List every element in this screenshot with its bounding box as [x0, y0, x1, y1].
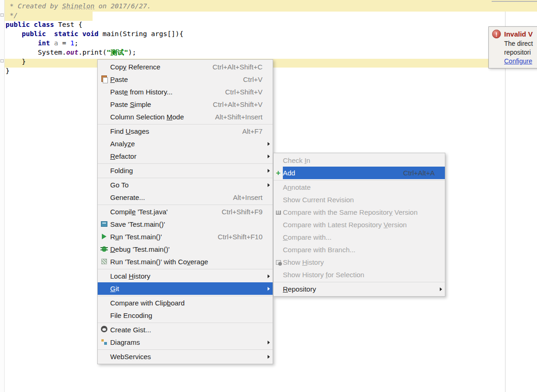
window-edge-line	[492, 1, 537, 2]
code-token: on 2017/6/27.	[94, 2, 151, 10]
code-token: * Created by	[6, 2, 62, 10]
menu-item-label: Find Usages	[110, 127, 149, 135]
code-token: );	[128, 49, 136, 56]
menu-item-label: Show History	[283, 258, 324, 266]
menu-item-run-test-main-with-coverage[interactable]: Run 'Test.main()' with Coverage	[98, 255, 273, 268]
menu-item-paste[interactable]: PasteCtrl+V	[98, 73, 273, 86]
menu-item-compare-with-clipboard[interactable]: Compare with Clipboard	[98, 297, 273, 309]
coverage-icon	[101, 258, 107, 266]
code-line: public class Test {	[6, 20, 183, 29]
menu-item-label: Generate...	[110, 193, 145, 201]
code-token: int	[38, 39, 50, 47]
menu-item-diagrams[interactable]: Diagrams	[98, 336, 273, 348]
code-token: }	[6, 67, 10, 75]
gist-icon	[101, 326, 107, 334]
code-token: ;	[74, 39, 78, 47]
submenu-arrow-icon	[268, 355, 270, 359]
git-submenu: Check In+AddCtrl+Alt+AAnnotateShow Curre…	[273, 153, 445, 297]
menu-item-local-history[interactable]: Local History	[98, 270, 273, 282]
code-token: Shinelon	[62, 2, 94, 10]
menu-item-shortcut: Ctrl+Alt+Shift+V	[200, 100, 262, 108]
menu-item-label: Git	[110, 285, 119, 292]
menu-item-label: File Encoding	[110, 311, 152, 319]
menu-item-label: Compile 'Test.java'	[110, 208, 168, 216]
menu-item-label: Copy Reference	[110, 63, 160, 71]
code-token: }	[6, 58, 26, 65]
code-line: int a = 1;	[6, 38, 183, 48]
code-token	[6, 39, 38, 47]
menu-item-shortcut: Ctrl+V	[230, 75, 262, 83]
menu-item-go-to[interactable]: Go To	[98, 179, 273, 191]
menu-item-show-history: Show History	[274, 256, 445, 268]
submenu-arrow-icon	[268, 341, 270, 344]
code-token: =	[58, 39, 70, 47]
repo-version-icon	[276, 208, 281, 216]
menu-item-repository[interactable]: Repository	[274, 283, 445, 295]
menu-item-analyze[interactable]: Analyze	[98, 137, 273, 150]
code-token: out	[66, 49, 78, 56]
submenu-arrow-icon	[268, 142, 270, 146]
menu-item-shortcut: Alt+Shift+Insert	[202, 113, 262, 121]
menu-item-paste-from-history[interactable]: Paste from History...Ctrl+Shift+V	[98, 86, 273, 98]
code-line: public static void main(String args[]){	[6, 29, 183, 38]
menu-item-compile-test-java[interactable]: Compile 'Test.java'Ctrl+Shift+F9	[98, 205, 273, 218]
diagrams-icon	[101, 338, 107, 346]
menu-item-shortcut: Ctrl+Shift+V	[212, 88, 262, 96]
code-token: a	[50, 39, 58, 47]
submenu-arrow-icon	[268, 287, 270, 291]
fold-marker-icon[interactable]	[0, 59, 4, 62]
paste-icon	[101, 75, 107, 83]
configure-link[interactable]: Configure	[504, 57, 532, 65]
menu-item-label: Local History	[110, 272, 150, 280]
menu-item-copy-reference[interactable]: Copy ReferenceCtrl+Alt+Shift+C	[98, 61, 273, 73]
code-token: public class	[6, 21, 54, 28]
menu-item-git[interactable]: Git	[98, 282, 273, 295]
menu-item-shortcut: Ctrl+Alt+A	[390, 169, 435, 177]
menu-item-label: Go To	[110, 181, 129, 189]
menu-item-debug-test-main[interactable]: Debug 'Test.main()'	[98, 243, 273, 255]
menu-item-annotate: Annotate	[274, 181, 445, 193]
menu-item-webservices[interactable]: WebServices	[98, 350, 273, 363]
submenu-arrow-icon	[440, 287, 442, 291]
menu-item-check-in: Check In	[274, 154, 445, 167]
menu-item-shortcut: Ctrl+Alt+Shift+C	[200, 63, 262, 71]
fold-marker-icon[interactable]	[0, 13, 4, 17]
menu-item-label: Check In	[283, 156, 310, 164]
editor-gutter[interactable]	[0, 0, 5, 392]
code-token: "测试"	[106, 49, 128, 56]
menu-item-column-selection-mode[interactable]: Column Selection ModeAlt+Shift+Insert	[98, 111, 273, 123]
menu-item-paste-simple[interactable]: Paste SimpleCtrl+Alt+Shift+V	[98, 98, 273, 111]
code-line: * Created by Shinelon on 2017/6/27.	[6, 1, 183, 11]
menu-item-label: Refactor	[110, 152, 137, 160]
menu-item-save-test-main[interactable]: Save 'Test.main()'	[98, 218, 273, 230]
menu-item-label: Paste Simple	[110, 100, 151, 108]
code-line: System.out.print("测试");	[6, 48, 183, 57]
menu-item-label: Show History for Selection	[283, 271, 364, 279]
menu-item-label: Compare with Branch...	[283, 246, 356, 254]
menu-item-label: Annotate	[283, 183, 311, 191]
code-token: .print(	[78, 49, 106, 56]
menu-item-file-encoding[interactable]: File Encoding	[98, 309, 273, 322]
menu-item-add[interactable]: +AddCtrl+Alt+A	[274, 167, 445, 179]
menu-item-generate[interactable]: Generate...Alt+Insert	[98, 191, 273, 204]
menu-item-label: Save 'Test.main()'	[110, 220, 165, 228]
menu-item-compare-with-branch: Compare with Branch...	[274, 243, 445, 256]
code-line: */	[6, 11, 183, 20]
menu-item-label: WebServices	[110, 353, 151, 361]
menu-item-label: Compare with the Same Repository Version	[283, 208, 418, 216]
menu-item-find-usages[interactable]: Find UsagesAlt+F7	[98, 125, 273, 137]
menu-item-label: Paste	[110, 75, 128, 83]
menu-item-label: Repository	[283, 285, 316, 293]
save-icon	[101, 220, 107, 228]
menu-item-folding[interactable]: Folding	[98, 164, 273, 177]
add-icon: +	[276, 169, 281, 177]
menu-item-compare-with-the-same-repository-version: Compare with the Same Repository Version	[274, 206, 445, 218]
menu-item-label: Folding	[110, 167, 133, 174]
history-icon	[276, 258, 281, 266]
menu-item-run-test-main[interactable]: Run 'Test.main()'Ctrl+Shift+F10	[98, 230, 273, 243]
code-token: Test {	[54, 21, 82, 28]
menu-item-compare-with-latest-repository-version: Compare with Latest Repository Version	[274, 218, 445, 231]
menu-item-refactor[interactable]: Refactor	[98, 150, 273, 162]
menu-item-create-gist[interactable]: Create Gist...	[98, 324, 273, 336]
submenu-arrow-icon	[268, 183, 270, 187]
